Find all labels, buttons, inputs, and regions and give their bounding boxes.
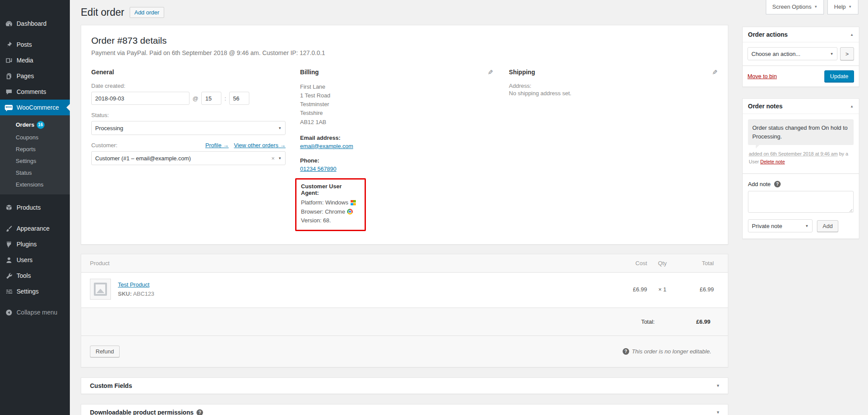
date-created-label: Date created: xyxy=(91,83,287,89)
comments-icon xyxy=(4,87,13,96)
item-qty: × 1 xyxy=(647,286,678,293)
sidebar-item-media[interactable]: Media xyxy=(0,52,70,68)
add-order-button[interactable]: Add order xyxy=(130,7,164,18)
image-placeholder-icon xyxy=(94,283,107,296)
date-created-input[interactable] xyxy=(91,92,189,105)
downloadable-permissions-panel[interactable]: Downloadable product permissions ? ▼ xyxy=(81,404,728,415)
sidebar-item-comments[interactable]: Comments xyxy=(0,84,70,100)
minute-input[interactable] xyxy=(229,92,249,105)
profile-link[interactable]: Profile → xyxy=(205,142,228,149)
add-note-textarea[interactable] xyxy=(748,191,854,213)
screen-options-button[interactable]: Screen Options ▼ xyxy=(766,0,824,14)
billing-phone-link[interactable]: 01234 567890 xyxy=(300,166,336,172)
total-label: Total: xyxy=(641,318,654,325)
sidebar-item-products[interactable]: Products xyxy=(0,200,70,215)
order-action-select[interactable]: Choose an action... ▼ xyxy=(747,47,837,60)
custom-fields-panel[interactable]: Custom Fields ▼ xyxy=(81,377,728,394)
sidebar-item-woocommerce[interactable]: WOO WooCommerce xyxy=(0,100,70,115)
order-data-panel: Order #873 details Payment via PayPal. P… xyxy=(81,25,728,245)
products-icon xyxy=(4,203,13,212)
sidebar-item-plugins[interactable]: Plugins xyxy=(0,236,70,252)
general-section: General Date created: @ : Status: Proces… xyxy=(91,69,300,231)
help-button[interactable]: Help ▼ xyxy=(827,0,858,14)
sidebar-item-collapse-menu[interactable]: Collapse menu xyxy=(0,304,70,320)
refund-button[interactable]: Refund xyxy=(90,346,120,357)
help-tip-icon: ? xyxy=(774,181,781,187)
sidebar-item-pages[interactable]: Pages xyxy=(0,68,70,84)
media-icon xyxy=(4,56,13,65)
sliders-icon xyxy=(4,287,13,296)
order-actions-panel: Order actions ▲ Choose an action... ▼ > … xyxy=(742,27,859,87)
shipping-heading: Shipping xyxy=(509,69,705,76)
chevron-down-icon: ▼ xyxy=(830,52,834,56)
column-qty: Qty xyxy=(647,260,678,266)
order-details-heading: Order #873 details xyxy=(91,35,718,46)
column-product: Product xyxy=(90,260,612,266)
sidebar-item-users[interactable]: Users xyxy=(0,252,70,268)
submenu-item-status[interactable]: Status xyxy=(0,167,70,179)
order-notes-panel: Order notes ▲ Order status changed from … xyxy=(742,98,859,239)
billing-heading: Billing xyxy=(300,69,496,76)
pages-icon xyxy=(4,72,13,80)
edit-billing-pencil-icon[interactable]: ✎ xyxy=(488,69,493,76)
sidebar-item-posts[interactable]: Posts xyxy=(0,37,70,52)
woocommerce-icon: WOO xyxy=(4,103,13,112)
billing-address: First Lane 1 Test Road Testminster Tests… xyxy=(300,83,496,127)
item-cost: £6.99 xyxy=(612,286,647,293)
customer-user-agent-annotation: Customer User Agent: Platform: Windows B… xyxy=(295,178,366,231)
hour-input[interactable] xyxy=(201,92,221,105)
chevron-up-icon[interactable]: ▲ xyxy=(850,104,854,108)
sidebar-item-settings[interactable]: Settings xyxy=(0,284,70,299)
order-status-select[interactable]: Processing ▼ xyxy=(91,121,286,135)
product-name-link[interactable]: Test Product xyxy=(118,281,149,288)
chevron-down-icon[interactable]: ▼ xyxy=(714,382,722,390)
sidebar-item-appearance[interactable]: Appearance xyxy=(0,221,70,236)
delete-note-link[interactable]: Delete note xyxy=(760,159,785,164)
customer-select[interactable]: Customer (#1 – email@example.com) × ▼ xyxy=(91,151,286,165)
collapse-icon xyxy=(4,308,13,317)
add-note-button[interactable]: Add xyxy=(817,220,838,232)
page-title: Edit order xyxy=(81,6,124,19)
update-button[interactable]: Update xyxy=(824,70,854,82)
view-other-orders-link[interactable]: View other orders → xyxy=(234,142,286,149)
note-date: added on 6th September 2018 at 9:46 am xyxy=(749,151,838,156)
orders-count-badge: 16 xyxy=(37,121,45,129)
user-icon xyxy=(4,256,13,264)
column-total: Total xyxy=(678,260,719,266)
paintbrush-icon xyxy=(4,224,13,233)
submenu-item-coupons[interactable]: Coupons xyxy=(0,131,70,143)
submenu-item-extensions[interactable]: Extensions xyxy=(0,179,70,190)
chevron-up-icon[interactable]: ▲ xyxy=(850,33,854,37)
order-actions-heading: Order actions xyxy=(748,31,788,38)
add-note-label: Add note xyxy=(748,181,771,187)
billing-email-link[interactable]: email@example.com xyxy=(300,143,353,149)
order-items-panel: Product Cost Qty Total Test Product SKU:… xyxy=(81,254,728,367)
billing-section: Billing ✎ First Lane 1 Test Road Testmin… xyxy=(300,69,509,231)
pin-icon xyxy=(4,40,13,49)
wrench-icon xyxy=(4,271,13,280)
clear-selection-icon[interactable]: × xyxy=(271,155,275,162)
plug-icon xyxy=(4,240,13,249)
column-cost: Cost xyxy=(612,260,647,266)
chevron-down-icon: ▼ xyxy=(805,224,809,228)
note-type-select[interactable]: Private note ▼ xyxy=(748,219,813,232)
sidebar-item-tools[interactable]: Tools xyxy=(0,268,70,284)
order-note-meta: added on 6th September 2018 at 9:46 am b… xyxy=(748,150,854,168)
general-heading: General xyxy=(91,69,287,76)
submenu-item-reports[interactable]: Reports xyxy=(0,143,70,155)
product-thumbnail-placeholder xyxy=(90,279,111,300)
chevron-down-icon: ▼ xyxy=(848,5,852,9)
edit-shipping-pencil-icon[interactable]: ✎ xyxy=(712,69,718,76)
sidebar-item-dashboard[interactable]: Dashboard xyxy=(0,16,70,31)
chevron-down-icon[interactable]: ▼ xyxy=(714,408,722,415)
dashboard-icon xyxy=(4,19,13,28)
move-to-bin-link[interactable]: Move to bin xyxy=(747,73,777,80)
custom-fields-heading: Custom Fields xyxy=(90,382,132,389)
apply-action-button[interactable]: > xyxy=(840,47,854,60)
submenu-item-orders[interactable]: Orders16 xyxy=(0,118,70,131)
submenu-item-settings[interactable]: Settings xyxy=(0,155,70,167)
chevron-down-icon: ▼ xyxy=(278,156,282,160)
email-label: Email address: xyxy=(300,135,496,141)
help-tip-icon: ? xyxy=(196,409,203,415)
user-agent-heading: Customer User Agent: xyxy=(301,183,360,196)
